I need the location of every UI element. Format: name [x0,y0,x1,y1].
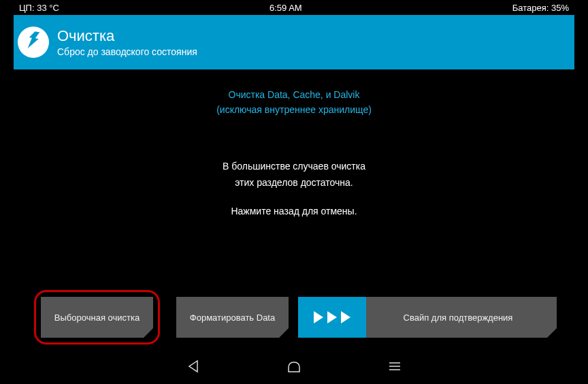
header-bar: Очистка Сброс до заводского состояния [14,15,574,69]
page-title: Очистка [57,27,197,45]
hint-line2: этих разделов достаточна. [223,175,365,191]
advanced-wipe-label: Выборочная очистка [54,313,140,323]
advanced-wipe-button[interactable]: Выборочная очистка [41,297,153,338]
back-button[interactable] [184,357,203,376]
highlight-border: Выборочная очистка [34,290,160,345]
format-data-button[interactable]: Форматировать Data [176,297,289,338]
menu-button[interactable] [385,357,404,376]
cpu-temp: ЦП: 33 °С [19,3,59,13]
battery-status: Батарея: 35% [512,3,569,13]
content-area: Очистка Data, Cache, и Dalvik (исключая … [14,69,574,270]
title-block: Очистка Сброс до заводского состояния [57,27,197,57]
cancel-hint: Нажмите назад для отмены. [231,206,357,217]
format-data-label: Форматировать Data [190,313,275,323]
page-subtitle: Сброс до заводского состояния [57,46,197,57]
wipe-info: Очистка Data, Cache, и Dalvik (исключая … [216,87,372,118]
twrp-logo [18,27,49,58]
home-button[interactable] [284,357,304,376]
status-bar: ЦП: 33 °С 6:59 AM Батарея: 35% [14,0,574,15]
wipe-info-line2: (исключая внутреннее хранилище) [216,102,372,117]
swipe-label: Свайп для подтверждения [366,313,557,323]
hint-line1: В большинстве случаев очистка [223,159,365,175]
wipe-info-line1: Очистка Data, Cache, и Dalvik [216,87,372,102]
hint-text: В большинстве случаев очистка этих разде… [223,159,365,191]
chevron-right-icon [314,311,323,323]
nav-bar [14,348,574,384]
chevron-right-icon [341,311,350,323]
clock: 6:59 AM [59,3,512,13]
button-row: Выборочная очистка Форматировать Data Св… [14,287,574,348]
twrp-screen: ЦП: 33 °С 6:59 AM Батарея: 35% Очистка С… [14,0,574,384]
swipe-handle[interactable] [298,297,366,338]
chevron-right-icon [327,311,337,323]
swipe-to-confirm[interactable]: Свайп для подтверждения [298,297,557,338]
